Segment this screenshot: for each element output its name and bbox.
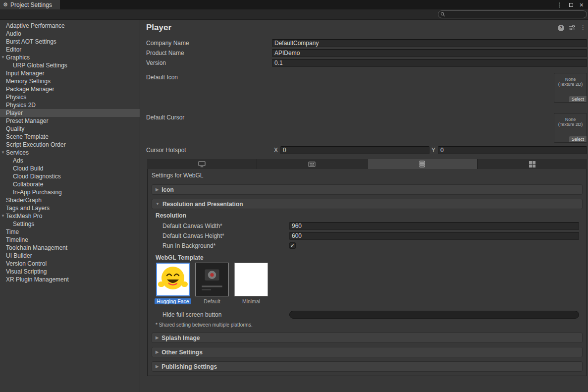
sidebar-item-label: Input Manager: [0, 69, 140, 77]
webgl-template-default[interactable]: Default: [195, 263, 229, 304]
sidebar-item-services[interactable]: ▼Services: [0, 149, 140, 157]
default-cursor-picker[interactable]: None (Texture 2D) Select: [554, 113, 587, 143]
run-in-background-checkbox[interactable]: ✓: [289, 242, 296, 249]
maximize-icon[interactable]: [569, 3, 573, 7]
sidebar-item-label: Burst AOT Settings: [0, 38, 140, 46]
default-cursor-select-button[interactable]: Select: [569, 136, 587, 142]
sidebar-item-in-app-purchasing[interactable]: In-App Purchasing: [0, 188, 140, 196]
sidebar-item-physics[interactable]: Physics: [0, 93, 140, 101]
company-name-label: Company Name: [146, 40, 272, 47]
product-name-input[interactable]: [272, 49, 587, 57]
sidebar-item-shadergraph[interactable]: ShaderGraph: [0, 196, 140, 204]
sidebar-item-urp-global-settings[interactable]: URP Global Settings: [0, 61, 140, 69]
sidebar-item-xr-plugin-management[interactable]: XR Plugin Management: [0, 276, 140, 283]
section-publishing-settings[interactable]: ▶ Publishing Settings: [152, 361, 583, 372]
platform-tab-windows-store[interactable]: [478, 159, 587, 169]
sidebar-item-burst-aot-settings[interactable]: Burst AOT Settings: [0, 38, 140, 46]
foldout-arrow-icon[interactable]: ▼: [1, 149, 5, 157]
minimal-thumbnail[interactable]: [234, 263, 268, 296]
sidebar-item-collaborate[interactable]: Collaborate: [0, 180, 140, 188]
webgl-template-minimal[interactable]: Minimal: [234, 263, 268, 304]
sidebar-item-label: Player: [0, 109, 140, 117]
sidebar-item-memory-settings[interactable]: Memory Settings: [0, 77, 140, 85]
sidebar-item-package-manager[interactable]: Package Manager: [0, 85, 140, 93]
presets-icon[interactable]: [569, 25, 576, 31]
resolution-subheader: Resolution: [152, 212, 583, 220]
default-icon-select-button[interactable]: Select: [569, 96, 587, 102]
sidebar-item-input-manager[interactable]: Input Manager: [0, 69, 140, 77]
foldout-arrow-icon[interactable]: ▼: [1, 54, 5, 61]
default-thumbnail[interactable]: [195, 263, 229, 296]
search-icon: [440, 12, 445, 17]
sidebar-item-quality[interactable]: Quality: [0, 125, 140, 133]
sidebar-item-label: Script Execution Order: [0, 141, 140, 149]
sidebar-item-label: Physics 2D: [0, 101, 140, 109]
hotspot-y-input[interactable]: [438, 146, 587, 154]
section-resolution-presentation[interactable]: ▼ Resolution and Presentation: [152, 199, 583, 209]
sidebar-item-label: ShaderGraph: [0, 196, 140, 204]
hugging-face-thumbnail[interactable]: [156, 263, 190, 296]
sidebar-item-cloud-diagnostics[interactable]: Cloud Diagnostics: [0, 172, 140, 180]
sidebar-item-adaptive-performance[interactable]: Adaptive Performance: [0, 22, 140, 30]
sidebar-item-audio[interactable]: Audio: [0, 30, 140, 38]
platform-tab-webgl[interactable]: [368, 159, 478, 169]
sidebar-item-editor[interactable]: Editor: [0, 46, 140, 54]
sidebar-item-cloud-build[interactable]: Cloud Build: [0, 165, 140, 172]
close-icon[interactable]: ×: [580, 1, 584, 8]
gear-icon: ⚙: [3, 1, 8, 8]
sidebar-item-graphics[interactable]: ▼Graphics: [0, 54, 140, 61]
sidebar-item-timeline[interactable]: Timeline: [0, 236, 140, 244]
sidebar-item-ads[interactable]: Ads: [0, 157, 140, 165]
section-splash-image[interactable]: ▶ Splash Image: [152, 333, 583, 343]
webgl-template-hugging-face[interactable]: Hugging Face: [156, 263, 190, 304]
webgl-template-cards: Hugging FaceDefaultMinimal: [152, 263, 583, 304]
default-icon-picker[interactable]: None (Texture 2D) Select: [554, 73, 587, 103]
settings-for-header: Settings for WebGL: [152, 171, 583, 180]
sidebar-item-label: Ads: [0, 157, 140, 165]
sidebar-item-visual-scripting[interactable]: Visual Scripting: [0, 268, 140, 276]
sidebar-item-player[interactable]: Player: [0, 109, 140, 117]
default-cursor-label: Default Cursor: [146, 113, 272, 121]
hotspot-x-label: X: [274, 147, 278, 154]
player-settings-panel: Player ? ⋮ Company Name Product Name Ver…: [140, 20, 588, 392]
search-box: [438, 10, 587, 18]
more-options-icon[interactable]: ⋮: [580, 25, 586, 31]
search-input[interactable]: [438, 10, 587, 18]
shared-setting-note: * Shared setting between multiple platfo…: [156, 322, 583, 328]
sidebar-item-label: Quality: [0, 125, 140, 133]
sidebar-item-textmesh-pro[interactable]: ▼TextMesh Pro: [0, 212, 140, 220]
sidebar-item-label: Preset Manager: [0, 117, 140, 125]
sidebar-item-label: Physics: [0, 93, 140, 101]
dedicated-server-icon: [308, 161, 316, 168]
sidebar-item-settings[interactable]: Settings: [0, 220, 140, 228]
sidebar-item-tags-and-layers[interactable]: Tags and Layers: [0, 204, 140, 212]
section-icon[interactable]: ▶ Icon: [152, 184, 583, 195]
hide-fullscreen-input[interactable]: [289, 311, 579, 319]
section-other-settings[interactable]: ▶ Other Settings: [152, 347, 583, 357]
sidebar-item-preset-manager[interactable]: Preset Manager: [0, 117, 140, 125]
sidebar-item-ui-builder[interactable]: UI Builder: [0, 252, 140, 260]
sidebar-item-physics-2d[interactable]: Physics 2D: [0, 101, 140, 109]
version-input[interactable]: [272, 59, 587, 67]
foldout-arrow-icon[interactable]: ▼: [1, 212, 5, 220]
help-icon[interactable]: ?: [558, 25, 564, 31]
sidebar-item-label: Editor: [0, 46, 140, 54]
canvas-width-input[interactable]: [289, 222, 579, 230]
sidebar-item-version-control[interactable]: Version Control: [0, 260, 140, 268]
company-name-input[interactable]: [272, 39, 587, 47]
title-bar: ⚙ Project Settings ⋮ ×: [0, 0, 588, 9]
sidebar-item-label: Time: [0, 228, 140, 236]
window-menu-icon[interactable]: ⋮: [557, 2, 563, 8]
hotspot-x-input[interactable]: [280, 146, 429, 154]
sidebar-item-time[interactable]: Time: [0, 228, 140, 236]
webgl-template-subheader: WebGL Template: [152, 254, 583, 262]
sidebar-item-toolchain-management[interactable]: Toolchain Management: [0, 244, 140, 252]
sidebar-item-scene-template[interactable]: Scene Template: [0, 133, 140, 141]
canvas-height-input[interactable]: [289, 232, 579, 240]
section-publishing-label: Publishing Settings: [161, 363, 217, 370]
sidebar-item-script-execution-order[interactable]: Script Execution Order: [0, 141, 140, 149]
window-tab-project-settings[interactable]: ⚙ Project Settings: [0, 0, 60, 9]
platform-tab-dedicated-server[interactable]: [257, 159, 367, 169]
platform-tab-standalone[interactable]: [147, 159, 257, 169]
toolbar: [0, 9, 588, 20]
